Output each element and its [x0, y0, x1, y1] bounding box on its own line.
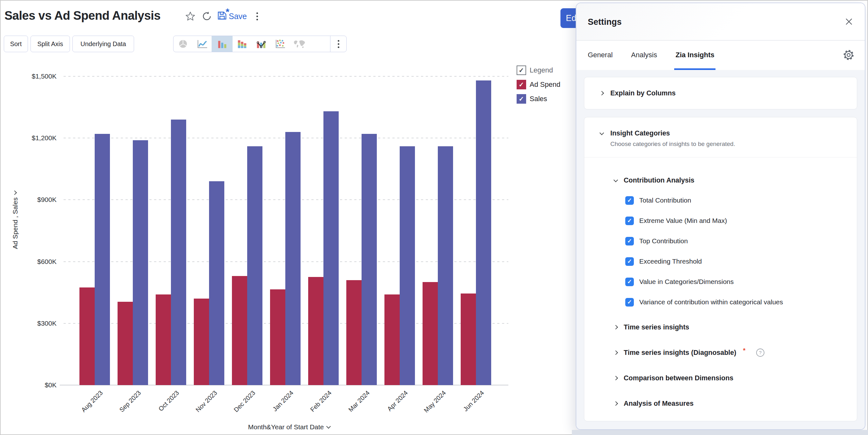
panel-bottom-strip [572, 430, 868, 435]
y-axis-tick-label: $1,200K [15, 134, 57, 142]
chevron-right-icon [599, 91, 604, 95]
contribution-analysis-row[interactable]: Contribution Analysis [614, 176, 857, 184]
section-label: Comparison between Dimensions [624, 374, 733, 382]
section-label: Analysis of Measures [624, 400, 693, 408]
checkbox-checked[interactable]: ✓ [625, 237, 634, 245]
checkbox-checked[interactable]: ✓ [625, 196, 634, 205]
bar-ad-spend[interactable] [308, 277, 323, 385]
bar-ad-spend[interactable] [194, 298, 209, 385]
chevron-down-icon [614, 177, 618, 182]
x-axis-title[interactable]: Month&Year of Start Date [210, 423, 369, 431]
y-axis-tick-label: $300K [15, 319, 57, 328]
legend-item[interactable]: ✓Sales [517, 94, 560, 104]
tab-general[interactable]: General [588, 41, 613, 70]
insight-checkbox-row[interactable]: ✓Value in Categories/Dimensions [625, 277, 857, 286]
help-icon[interactable]: ? [755, 348, 765, 357]
y-axis-title[interactable]: Ad Spend , Sales [10, 153, 21, 287]
bar-sales[interactable] [95, 134, 110, 385]
legend-series-label: Ad Spend [530, 81, 560, 89]
tab-zia-insights[interactable]: Zia Insights [676, 41, 714, 70]
checkbox-label: Variance of contribution within categori… [639, 298, 783, 306]
insight-categories-row[interactable]: Insight Categories Choose categories of … [584, 117, 857, 157]
legend-title: Legend [530, 66, 553, 75]
bar-ad-spend[interactable] [346, 280, 362, 385]
checkbox-checked[interactable]: ✓ [625, 257, 634, 266]
x-axis-label: Apr 2024 [368, 389, 409, 430]
chevron-down-icon [599, 130, 604, 135]
gear-settings-icon[interactable] [843, 49, 855, 62]
bar-sales[interactable] [362, 134, 377, 385]
bar-sales[interactable] [476, 81, 491, 385]
bar-ad-spend[interactable] [118, 302, 133, 385]
checkbox-label: Exceeding Threshold [639, 258, 702, 265]
insight-categories-subtitle: Choose categories of insights to be gene… [610, 141, 857, 148]
insight-checkbox-row[interactable]: ✓Variance of contribution within categor… [625, 298, 857, 307]
x-axis-label: Oct 2023 [140, 389, 181, 430]
bar-sales[interactable] [438, 146, 453, 385]
bar-sales[interactable] [400, 146, 415, 385]
close-icon[interactable] [844, 17, 855, 27]
checkbox-label: Extreme Value (Min and Max) [639, 217, 727, 225]
x-axis-label: Sep 2023 [101, 389, 142, 430]
y-axis-tick-label: $600K [15, 257, 57, 266]
required-asterisk: * [743, 347, 745, 354]
chevron-right-icon [614, 401, 618, 406]
section-label: Time series insights [624, 323, 689, 331]
insight-checkbox-row[interactable]: ✓Extreme Value (Min and Max) [625, 216, 857, 225]
legend-series-checkbox[interactable]: ✓ [517, 94, 526, 104]
x-axis-label: Jun 2024 [444, 389, 486, 430]
bar-sales[interactable] [247, 146, 262, 385]
settings-title: Settings [588, 3, 622, 41]
checkbox-label: Total Contribution [639, 197, 691, 204]
svg-text:?: ? [759, 350, 762, 355]
bar-ad-spend[interactable] [461, 293, 476, 385]
insight-checkbox-row[interactable]: ✓Exceeding Threshold [625, 257, 857, 266]
x-axis-label: Aug 2023 [63, 389, 104, 430]
legend-series-label: Sales [530, 95, 547, 103]
bar-sales[interactable] [209, 181, 224, 385]
checkbox-label: Top Contribution [639, 237, 688, 245]
chevron-right-icon [614, 325, 618, 329]
legend-series-checkbox[interactable]: ✓ [517, 80, 526, 89]
insight-categories-card: Insight Categories Choose categories of … [584, 117, 857, 421]
bar-ad-spend[interactable] [384, 294, 400, 385]
settings-content: Explain by Columns Insight Categories Ch… [576, 70, 865, 430]
section-label: Time series insights (Diagnosable) [624, 349, 736, 357]
bar-sales[interactable] [323, 111, 339, 385]
chart-legend: ✓Legend✓Ad Spend✓Sales [517, 65, 560, 109]
y-axis-tick-label: $1,500K [15, 72, 57, 81]
bar-ad-spend[interactable] [423, 282, 438, 385]
insight-section-row[interactable]: Time series insights (Diagnosable)*? [614, 348, 857, 357]
bar-ad-spend[interactable] [80, 287, 95, 385]
checkbox-checked[interactable]: ✓ [625, 278, 634, 286]
checkbox-checked[interactable]: ✓ [625, 216, 634, 225]
legend-item[interactable]: ✓Ad Spend [517, 80, 560, 89]
settings-tabs: GeneralAnalysisZia Insights [576, 41, 865, 70]
app-window: Sales vs Ad Spend Analysis * Save Sort S… [0, 0, 868, 435]
bar-sales[interactable] [285, 132, 301, 385]
insight-section-row[interactable]: Comparison between Dimensions [614, 373, 857, 383]
checkbox-checked[interactable]: ✓ [625, 298, 634, 307]
legend-checkbox[interactable]: ✓ [517, 65, 526, 75]
chevron-down-icon [12, 191, 17, 195]
insight-section-row[interactable]: Time series insights [614, 322, 857, 332]
chevron-right-icon [614, 376, 618, 380]
insight-checkbox-row[interactable]: ✓Top Contribution [625, 237, 857, 245]
insight-section-row[interactable]: Analysis of Measures [614, 399, 857, 408]
insight-checkbox-row[interactable]: ✓Total Contribution [625, 196, 857, 205]
tab-analysis[interactable]: Analysis [631, 41, 657, 70]
bar-ad-spend[interactable] [232, 276, 247, 385]
collapsed-insight-sections: Time series insightsTime series insights… [584, 322, 857, 408]
x-axis-label: May 2024 [406, 389, 447, 430]
y-axis-tick-label: $900K [15, 195, 57, 204]
bar-sales[interactable] [133, 140, 148, 385]
chevron-right-icon [614, 350, 618, 355]
checkbox-label: Value in Categories/Dimensions [639, 278, 734, 286]
settings-panel-header: Settings [576, 3, 865, 41]
legend-toggle[interactable]: ✓Legend [517, 65, 560, 75]
bar-ad-spend[interactable] [156, 294, 171, 385]
explain-by-columns-row[interactable]: Explain by Columns [584, 77, 857, 109]
bar-ad-spend[interactable] [270, 289, 285, 385]
bar-sales[interactable] [171, 120, 186, 385]
settings-panel: Settings GeneralAnalysisZia Insights Exp… [576, 3, 865, 430]
